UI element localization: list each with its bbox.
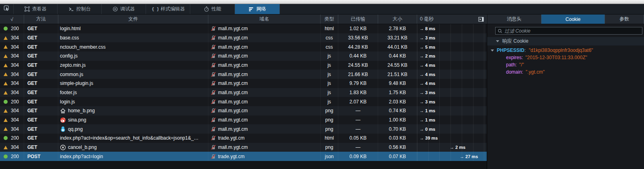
- toolbar-tab-performance[interactable]: 性能: [190, 4, 235, 14]
- cookie-filter-input[interactable]: [504, 28, 640, 34]
- details-tab-headers[interactable]: 消息头: [487, 14, 541, 24]
- status-code: 200: [11, 154, 19, 159]
- method-cell: GET: [24, 61, 58, 70]
- timing-label: → 4 ms: [420, 63, 435, 68]
- table-row[interactable]: 304GETsina.pngmall.m.ygt.cmpng—1.00 KB→ …: [0, 115, 487, 125]
- status-code: 304: [11, 35, 19, 41]
- table-row[interactable]: 304GETfooter.jsmall.m.ygt.cmjs1.83 KB1.7…: [0, 88, 487, 97]
- toolbar-tab-network[interactable]: 网络: [235, 4, 280, 14]
- toolbar-tab-label: 控制台: [76, 6, 91, 12]
- domain-cell: mall.m.ygt.cm: [208, 106, 321, 115]
- column-header-method[interactable]: 方法: [24, 14, 58, 24]
- request-rows: 200GETlogin.htmlmall.m.ygt.cmhtml1.02 KB…: [0, 24, 487, 161]
- type-cell: html: [321, 24, 338, 33]
- size-cell: 0.56 KB: [378, 143, 417, 152]
- cookie-attribute-name: expires: [506, 55, 523, 60]
- timeline-cell: → 3 ms: [417, 97, 487, 106]
- panel-toggle-icon[interactable]: [478, 17, 484, 22]
- timeline-cell: → 2 ms: [417, 143, 487, 152]
- details-tab-params[interactable]: 参数: [605, 14, 644, 24]
- cookie-filter-box[interactable]: [495, 27, 642, 35]
- transferred-cell: 0.44 KB: [338, 52, 378, 61]
- toolbar-tab-debugger[interactable]: 调试器: [102, 4, 146, 14]
- file-name: index.php?act=index&op=search_hot_info&c…: [60, 135, 199, 141]
- domain-cell: mall.m.ygt.cm: [208, 88, 321, 97]
- column-header-file[interactable]: 文件: [58, 14, 208, 24]
- method-cell: GET: [24, 24, 58, 33]
- column-header-status[interactable]: √: [0, 14, 24, 24]
- file-cell: cancel_b.png: [58, 143, 208, 152]
- file-cell: index.php?act=login: [58, 152, 208, 161]
- column-header-timeline[interactable]: 0 毫秒: [417, 14, 487, 24]
- details-tab-cookie[interactable]: Cookie: [541, 14, 605, 24]
- domain-name: mall.m.ygt.cm: [218, 99, 248, 105]
- cookie-attribute-row[interactable]: expires"2015-12-30T03:11:33.000Z": [487, 54, 644, 61]
- column-header-type[interactable]: 类型: [321, 14, 338, 24]
- table-row[interactable]: 304GETqq.pngmall.m.ygt.cmpng—0.70 KB→ 0 …: [0, 124, 487, 134]
- domain-name: mall.m.ygt.cm: [218, 90, 248, 95]
- file-cell: footer.js: [58, 88, 208, 97]
- console-icon: [68, 6, 74, 12]
- cookie-attribute-value: "/": [519, 62, 524, 68]
- transferred-cell: 2.07 KB: [338, 97, 378, 106]
- domain-cell: mall.m.ygt.cm: [208, 124, 321, 134]
- domain-cell: mall.m.ygt.cm: [208, 42, 321, 52]
- table-row[interactable]: 304GEThome_b.pngmall.m.ygt.cmpng—0.74 KB…: [0, 106, 487, 115]
- domain-name: trade.ygt.cm: [218, 154, 245, 159]
- cookie-name: PHPSESSID: [497, 47, 526, 53]
- toolbar-tab-label: 样式编辑器: [161, 6, 185, 12]
- table-row[interactable]: 304GETcancel_b.pngmall.m.ygt.cmpng—0.56 …: [0, 143, 487, 152]
- timing-label: → 8 ms: [420, 26, 435, 31]
- table-row[interactable]: 200GETlogin.jsmall.m.ygt.cmjs2.07 KB2.03…: [0, 97, 487, 106]
- timeline-scale-label: 0 毫秒: [420, 16, 434, 23]
- insecure-lock-icon: [211, 44, 216, 50]
- cookie-attribute-row[interactable]: domain".ygt.cm": [487, 68, 644, 76]
- timeline-cell: → 4 ms: [417, 61, 487, 70]
- file-cell: nctouch_member.css: [58, 42, 208, 52]
- transferred-cell: 1.83 KB: [338, 88, 378, 97]
- column-header-size[interactable]: 大小: [378, 14, 417, 24]
- table-row[interactable]: 304GETbase.cssmall.m.ygt.cmcss33.56 KB33…: [0, 33, 487, 43]
- timing-label: → 3 ms: [420, 90, 435, 95]
- details-tab-label: 参数: [619, 16, 629, 23]
- type-cell: png: [321, 106, 338, 115]
- column-header-domain[interactable]: 域名: [208, 14, 321, 24]
- domain-cell: trade.ygt.cm: [208, 134, 321, 143]
- cookie-attribute-row[interactable]: path"/": [487, 61, 644, 68]
- file-name: simple-plugin.js: [60, 80, 93, 86]
- pick-element-button[interactable]: [0, 4, 14, 14]
- file-cell: login.js: [58, 97, 208, 106]
- column-header-transferred[interactable]: 已传输: [338, 14, 378, 24]
- domain-cell: mall.m.ygt.cm: [208, 52, 321, 61]
- debugger-icon: [113, 6, 118, 12]
- table-row[interactable]: 304GETconfig.jsmall.m.ygt.cmjs0.44 KB0.4…: [0, 52, 487, 61]
- file-name: cancel_b.png: [68, 144, 97, 150]
- toolbar-tab-style-editor[interactable]: { }样式编辑器: [146, 4, 190, 14]
- status-redirect-icon: [4, 109, 8, 113]
- table-row[interactable]: 200GETlogin.htmlmall.m.ygt.cmhtml1.02 KB…: [0, 24, 487, 33]
- domain-name: mall.m.ygt.cm: [218, 35, 248, 41]
- insecure-lock-icon: [211, 62, 216, 68]
- chevron-down-icon[interactable]: [491, 49, 494, 52]
- response-cookies-label: 响应 Cookie: [502, 38, 529, 45]
- performance-icon: [204, 6, 209, 12]
- timing-label: → 2 ms: [450, 145, 465, 150]
- chevron-down-icon[interactable]: [496, 40, 499, 42]
- type-cell: js: [321, 79, 338, 88]
- toolbar-tab-console[interactable]: 控制台: [58, 4, 102, 14]
- table-row[interactable]: 304GETzepto.min.jsmall.m.ygt.cmjs24.55 K…: [0, 61, 487, 70]
- table-row[interactable]: 304GETsimple-plugin.jsmall.m.ygt.cmjs9.7…: [0, 79, 487, 88]
- table-row[interactable]: 200GETindex.php?act=index&op=search_hot_…: [0, 134, 487, 143]
- table-row[interactable]: 200POSTindex.php?act=logintrade.ygt.cmjs…: [0, 152, 487, 161]
- table-row[interactable]: 304GETcommon.jsmall.m.ygt.cmjs21.66 KB21…: [0, 70, 487, 79]
- size-cell: 21.51 KB: [378, 70, 417, 79]
- type-cell: js: [321, 97, 338, 106]
- file-cell: qq.png: [58, 124, 208, 134]
- status-code: 200: [11, 26, 19, 31]
- cookie-list: PHPSESSID "d1kpi383oqpplnfr3oodjq3at6" e…: [487, 45, 644, 76]
- cookie-row[interactable]: PHPSESSID "d1kpi383oqpplnfr3oodjq3at6": [487, 47, 644, 54]
- table-row[interactable]: 304GETnctouch_member.cssmall.m.ygt.cmcss…: [0, 42, 487, 52]
- insecure-lock-icon: [211, 117, 216, 123]
- response-cookies-section[interactable]: 响应 Cookie: [487, 37, 644, 45]
- toolbar-tab-inspector[interactable]: 查看器: [14, 4, 58, 14]
